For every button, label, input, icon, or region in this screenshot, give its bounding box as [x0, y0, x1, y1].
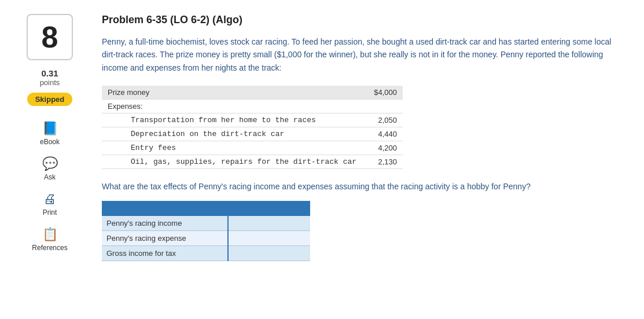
answer-label-racing-expense: Penny's racing expense [102, 231, 228, 246]
ebook-icon: 📘 [42, 121, 58, 136]
answer-table-header-row [102, 201, 310, 216]
points-label: points [40, 78, 60, 87]
table-row: Transportation from her home to the race… [102, 113, 403, 127]
sidebar: 8 0.31 points Skipped 📘 eBook 💬 Ask 🖨 Pr… [9, 9, 90, 310]
ask-icon: 💬 [42, 156, 58, 171]
references-icon: 📋 [42, 227, 58, 242]
main-content: Problem 6-35 (LO 6-2) (Algo) Penny, a fu… [90, 9, 635, 310]
row-value: 4,440 [367, 127, 403, 141]
row-value [367, 100, 403, 113]
row-label: Oil, gas, supplies, repairs for the dirt… [102, 155, 367, 169]
answer-row-racing-expense: Penny's racing expense [102, 231, 310, 246]
answer-input-racing-income[interactable] [228, 216, 310, 231]
points-value: 0.31 [40, 68, 60, 78]
question-text: What are the tax effects of Penny's raci… [102, 181, 623, 193]
answer-header-label [102, 201, 228, 216]
references-label: References [32, 244, 67, 252]
table-row: Prize money $4,000 [102, 86, 403, 100]
ask-label: Ask [44, 173, 56, 181]
row-label: Expenses: [102, 100, 367, 113]
ebook-label: eBook [40, 138, 60, 146]
answer-input-gross-income[interactable] [228, 246, 310, 261]
row-label: Entry fees [102, 141, 367, 155]
problem-description: Penny, a full-time biochemist, loves sto… [102, 35, 623, 74]
answer-table: Penny's racing income Penny's racing exp… [102, 201, 310, 261]
answer-row-racing-income: Penny's racing income [102, 216, 310, 231]
table-row: Oil, gas, supplies, repairs for the dirt… [102, 155, 403, 169]
answer-header-value [228, 201, 310, 216]
answer-label-racing-income: Penny's racing income [102, 216, 228, 231]
table-row: Expenses: [102, 100, 403, 113]
answer-row-gross-income: Gross income for tax [102, 246, 310, 261]
print-icon: 🖨 [43, 192, 56, 207]
problem-number-box: 8 [27, 14, 73, 60]
answer-label-gross-income: Gross income for tax [102, 246, 228, 261]
sidebar-item-print[interactable]: 🖨 Print [27, 188, 73, 220]
table-row: Depreciation on the dirt-track car 4,440 [102, 127, 403, 141]
racing-income-input[interactable] [233, 219, 306, 228]
sidebar-item-references[interactable]: 📋 References [27, 223, 73, 255]
income-expense-table: Prize money $4,000 Expenses: Transportat… [102, 86, 403, 169]
description-text: Penny, a full-time biochemist, loves sto… [102, 37, 611, 72]
row-value: 4,200 [367, 141, 403, 155]
table-row: Entry fees 4,200 [102, 141, 403, 155]
racing-expense-input[interactable] [233, 234, 306, 243]
gross-income-input[interactable] [233, 249, 306, 258]
status-badge: Skipped [27, 93, 73, 106]
points-area: 0.31 points [40, 68, 60, 87]
row-label: Depreciation on the dirt-track car [102, 127, 367, 141]
row-label: Transportation from her home to the race… [102, 113, 367, 127]
problem-title: Problem 6-35 (LO 6-2) (Algo) [102, 14, 623, 26]
row-value: 2,130 [367, 155, 403, 169]
sidebar-item-ebook[interactable]: 📘 eBook [27, 118, 73, 149]
row-value: 2,050 [367, 113, 403, 127]
row-label: Prize money [102, 86, 367, 100]
answer-input-racing-expense[interactable] [228, 231, 310, 246]
sidebar-tools: 📘 eBook 💬 Ask 🖨 Print 📋 References [9, 118, 90, 255]
sidebar-item-ask[interactable]: 💬 Ask [27, 153, 73, 185]
row-value: $4,000 [367, 86, 403, 100]
print-label: Print [43, 208, 57, 217]
problem-number: 8 [42, 20, 58, 54]
